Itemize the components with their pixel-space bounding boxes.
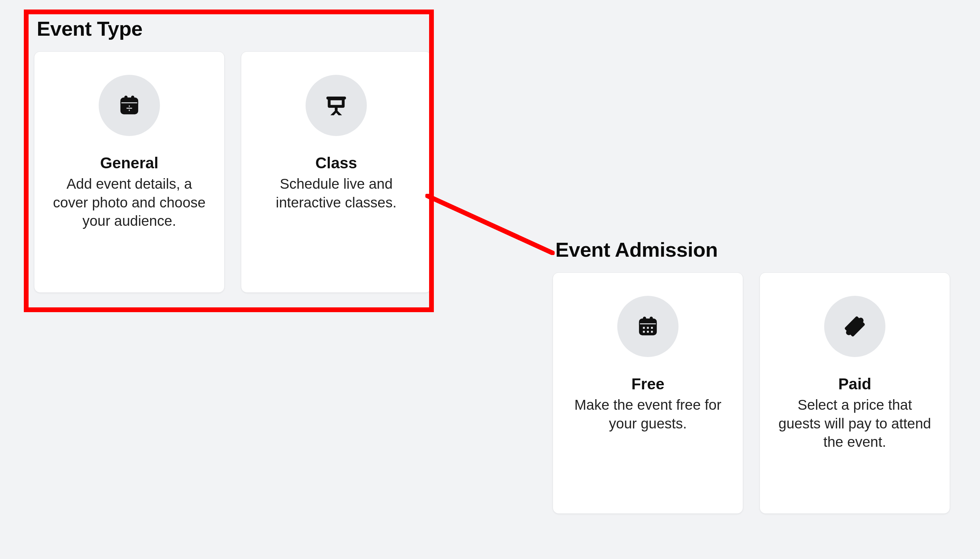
calendar-grid-icon — [617, 296, 678, 357]
svg-rect-1 — [125, 96, 127, 100]
presentation-board-icon — [305, 75, 367, 136]
event-admission-heading: Event Admission — [555, 238, 950, 261]
svg-rect-7 — [330, 100, 342, 106]
event-admission-paid-title: Paid — [838, 375, 871, 393]
event-admission-free-title: Free — [631, 375, 664, 393]
event-admission-free-card[interactable]: Free Make the event free for your guests… — [552, 272, 743, 514]
event-type-class-card[interactable]: Class Schedule live and interactive clas… — [241, 51, 431, 293]
svg-rect-15 — [647, 326, 649, 329]
svg-rect-14 — [642, 326, 645, 329]
event-type-heading: Event Type — [37, 17, 431, 40]
svg-rect-18 — [647, 331, 649, 333]
event-type-class-title: Class — [315, 154, 357, 172]
svg-rect-11 — [643, 317, 646, 321]
ticket-icon — [824, 296, 885, 357]
svg-rect-17 — [642, 331, 645, 333]
annotation-connector-line — [425, 194, 555, 255]
svg-rect-3 — [121, 102, 138, 104]
svg-rect-16 — [651, 326, 653, 329]
event-admission-card-row: Free Make the event free for your guests… — [552, 272, 950, 514]
event-admission-section: Event Admission Free Make the ev — [552, 238, 950, 514]
svg-rect-5 — [126, 108, 133, 109]
event-type-class-desc: Schedule live and interactive classes. — [256, 175, 416, 212]
svg-rect-2 — [132, 96, 134, 100]
svg-rect-12 — [650, 317, 653, 321]
calendar-plus-icon — [99, 75, 160, 136]
event-admission-free-desc: Make the event free for your guests. — [568, 396, 728, 433]
event-admission-paid-desc: Select a price that guests will pay to a… — [775, 396, 935, 452]
event-type-general-card[interactable]: General Add event details, a cover photo… — [34, 51, 225, 293]
event-type-general-title: General — [100, 154, 158, 172]
svg-rect-8 — [327, 97, 346, 99]
svg-line-20 — [428, 196, 552, 253]
event-type-section: Event Type General Add event details, a … — [34, 17, 431, 293]
event-type-general-desc: Add event details, a cover photo and cho… — [49, 175, 209, 230]
svg-rect-19 — [651, 331, 653, 333]
event-admission-paid-card[interactable]: Paid Select a price that guests will pay… — [759, 272, 950, 514]
event-type-card-row: General Add event details, a cover photo… — [34, 51, 431, 293]
svg-rect-13 — [639, 323, 657, 325]
